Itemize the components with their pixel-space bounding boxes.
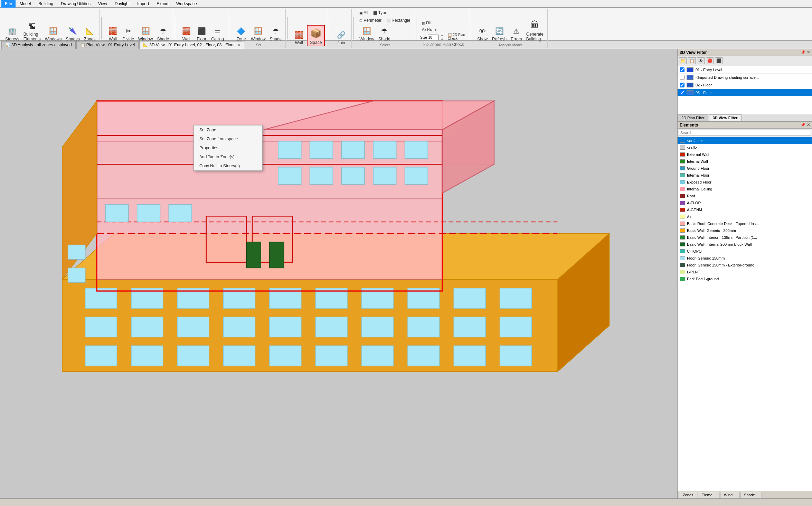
bottom-tab-windows[interactable]: Wind... — [720, 492, 739, 498]
wall-place-button[interactable]: 🧱 Wall — [105, 25, 120, 43]
join-button[interactable]: 🔗 Join — [334, 28, 349, 46]
element-row-internal-floor[interactable]: Internal Floor — [678, 172, 812, 179]
filter-row-imported[interactable]: <Imported Drawing shading surface... — [678, 74, 812, 81]
tab-analysis-all[interactable]: 📊 3D Analysis - all zones displayed — [1, 41, 76, 49]
size-down-button[interactable]: ▼ — [440, 37, 445, 41]
menu-daylight[interactable]: Daylight — [111, 0, 133, 8]
filter-btn-2[interactable]: 📋 — [688, 57, 696, 64]
viewport[interactable]: Set Zone Set Zone from space Properties.… — [0, 49, 677, 498]
menu-building[interactable]: Building — [35, 0, 57, 8]
tab-3d-view[interactable]: 📐 3D View - 01 Entry Level, 02 - Floor, … — [139, 41, 244, 49]
select-rectangle-button[interactable]: ⬜ Rectangle — [385, 17, 412, 24]
element-row-exposed-floor[interactable]: Exposed Floor — [678, 179, 812, 186]
filter-panel-close[interactable]: ✕ — [807, 50, 810, 55]
filter-btn-5[interactable]: ⬛ — [715, 57, 723, 64]
tab-2d-plan-filter[interactable]: 2D Plan Filter — [678, 114, 708, 121]
show-button[interactable]: 👁 Show — [475, 25, 490, 43]
window-select-button[interactable]: 🪟 Window — [358, 25, 376, 43]
context-copy-null[interactable]: Copy Null to Storey(s)... — [194, 161, 262, 170]
menu-drawing-utilities[interactable]: Drawing Utilities — [57, 0, 94, 8]
context-add-tag[interactable]: Add Tag to Zone(s)... — [194, 152, 262, 161]
element-row-a-flor[interactable]: A-FLOR — [678, 199, 812, 206]
filter-check-01-entry[interactable] — [680, 67, 684, 72]
tab-plan-view[interactable]: 📋 Plan View - 01 Entry Level — [76, 41, 139, 49]
window-set-button[interactable]: 🪟 Window — [249, 25, 267, 43]
floor-assign-button[interactable]: ⬛ Floor — [194, 25, 209, 43]
space-set-button[interactable]: 📦 Space — [307, 25, 325, 46]
element-row-floor-generic-ext[interactable]: Floor: Generic 150mm - Exterior-ground — [678, 262, 812, 269]
filter-check-02-floor[interactable] — [680, 83, 684, 87]
filter-btn-1[interactable]: 📁 — [679, 57, 687, 64]
menu-workspace[interactable]: Workspace — [173, 0, 200, 8]
elements-panel-close[interactable]: ✕ — [807, 123, 810, 127]
zone-set-button[interactable]: 🔷 Zone — [234, 25, 248, 43]
select-perimeter-button[interactable]: ⬡ Perimeter — [358, 17, 383, 24]
select-all-button[interactable]: ▣ All — [358, 9, 370, 16]
element-row-default[interactable]: <default> — [678, 137, 812, 144]
2d-plan-check-button[interactable]: 📋 2D PlanCheck — [446, 32, 467, 41]
filter-check-imported[interactable] — [680, 75, 684, 80]
storeys-button[interactable]: 🏢 Storeys — [3, 25, 21, 43]
svg-rect-55 — [310, 167, 333, 185]
tab-close-icon[interactable]: ✕ — [238, 43, 240, 47]
element-row-c-topo[interactable]: C-TOPO — [678, 248, 812, 255]
filter-btn-3[interactable]: 👁 — [697, 57, 705, 64]
element-row-internal-wall[interactable]: Internal Wall — [678, 158, 812, 165]
name-button[interactable]: Aa Name — [420, 27, 438, 32]
divide-button[interactable]: ✂ Divide — [121, 25, 135, 43]
element-row-roof[interactable]: Roof — [678, 193, 812, 199]
window-place-button[interactable]: 🪟 Window — [136, 25, 155, 43]
context-set-zone-from-space[interactable]: Set Zone from space — [194, 134, 262, 143]
bottom-tab-shading[interactable]: Shade... — [740, 492, 762, 498]
filter-row-02-floor[interactable]: 02 - Floor — [678, 81, 812, 89]
search-input[interactable] — [679, 130, 811, 136]
shade-select-button[interactable]: ☂ Shade — [377, 25, 392, 43]
filter-check-03-floor[interactable] — [680, 90, 684, 95]
building-elements-button[interactable]: 🏗 BuildingElements — [22, 20, 43, 43]
bottom-tab-elements[interactable]: Eleme... — [698, 492, 719, 498]
bottom-tab-zones[interactable]: Zones — [679, 492, 697, 498]
size-up-button[interactable]: ▲ — [440, 33, 445, 37]
errors-button[interactable]: ⚠ Errors — [509, 25, 524, 43]
ceiling-assign-button[interactable]: ▭ Ceiling — [209, 25, 226, 43]
menu-view[interactable]: View — [95, 0, 111, 8]
shade-set-button[interactable]: ☂ Shade — [268, 25, 284, 43]
element-row-null[interactable]: <null> — [678, 144, 812, 151]
svg-rect-57 — [373, 167, 396, 185]
menu-model[interactable]: Model — [16, 0, 35, 8]
windows-button[interactable]: 🪟 Windows — [43, 25, 64, 43]
element-row-internal-ceiling[interactable]: Internal Ceiling — [678, 186, 812, 193]
element-row-floor-generic[interactable]: Floor: Generic 150mm — [678, 255, 812, 262]
element-row-l-plnt[interactable]: L-PLNT — [678, 269, 812, 275]
context-properties[interactable]: Properties... — [194, 143, 262, 152]
filter-btn-4[interactable]: 🔴 — [706, 57, 714, 64]
zones-button[interactable]: 📐 Zones — [82, 25, 97, 43]
size-input[interactable] — [428, 35, 439, 40]
menu-import[interactable]: Import — [134, 0, 152, 8]
filter-row-01-entry[interactable]: 01 - Entry Level — [678, 66, 812, 74]
shade-place-button[interactable]: ☂ Shade — [155, 25, 171, 43]
wall-assign-button[interactable]: 🧱 Wall — [179, 25, 193, 43]
element-row-basic-wall-interior[interactable]: Basic Wall: Interior - 138mm Partition (… — [678, 234, 812, 241]
shades-button[interactable]: 🌂 Shades — [64, 25, 82, 43]
menu-export[interactable]: Export — [153, 0, 172, 8]
refresh-button[interactable]: 🔄 Refresh — [490, 25, 508, 43]
element-row-a-genm[interactable]: A-GENM — [678, 206, 812, 213]
filter-row-03-floor[interactable]: 03 - Floor — [678, 89, 812, 96]
wall-set-button[interactable]: 🧱 Wall — [292, 28, 306, 46]
generate-building-button[interactable]: 🏛 GenerateBuilding — [525, 17, 545, 43]
element-row-external-wall[interactable]: External Wall — [678, 151, 812, 158]
element-row-basic-wall-generic[interactable]: Basic Wall: Generic - 200mm — [678, 227, 812, 234]
element-row-pad-ground[interactable]: Pad: Pad 1-ground — [678, 275, 812, 282]
element-row-air[interactable]: Air — [678, 213, 812, 220]
element-row-ground-floor[interactable]: Ground Floor — [678, 165, 812, 172]
element-row-basic-roof[interactable]: Basic Roof: Concrete Deck - Tapered Ins.… — [678, 220, 812, 227]
select-type-button[interactable]: ⬛ Type — [371, 9, 389, 16]
file-menu[interactable]: File — [1, 0, 16, 8]
tab-3d-view-filter[interactable]: 3D View Filter — [709, 114, 742, 121]
fill-button[interactable]: ▦ Fill — [420, 20, 432, 26]
element-row-basic-wall-internal[interactable]: Basic Wall: Internal 200mm Block Wall — [678, 241, 812, 248]
pin-icon[interactable]: 📌 — [801, 50, 805, 55]
context-set-zone[interactable]: Set Zone — [194, 125, 262, 134]
elements-pin-icon[interactable]: 📌 — [801, 123, 805, 127]
